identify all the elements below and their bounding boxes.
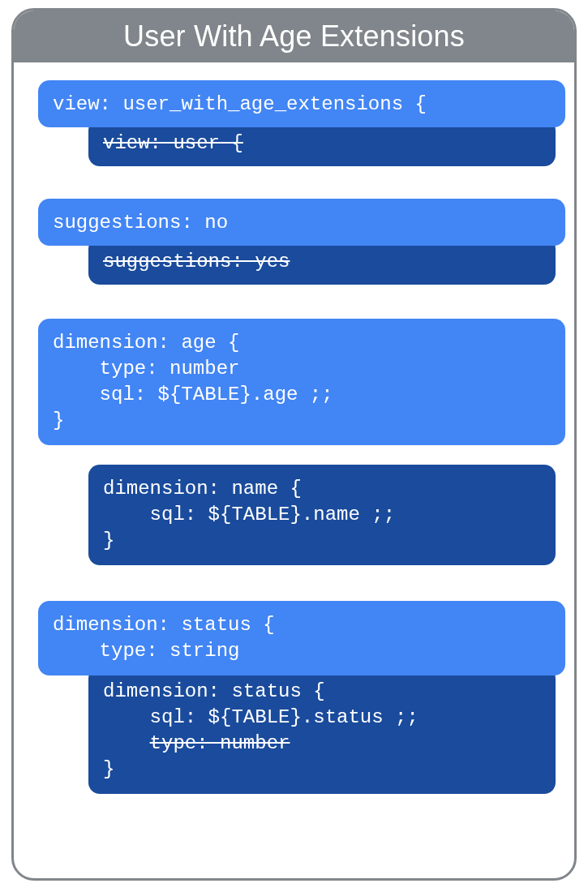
code-line-view-old: view: user { — [103, 132, 243, 154]
code-block-dimension-status-old: dimension: status { sql: ${TABLE}.status… — [88, 667, 556, 794]
code-block-dimension-name: dimension: name { sql: ${TABLE}.name ;; … — [88, 465, 556, 565]
code-line-status-2: sql: ${TABLE}.status ;; — [103, 706, 418, 728]
card-body: view: user_with_age_extensions { view: u… — [14, 62, 574, 878]
code-line-status-3: type: number — [150, 732, 290, 754]
code-line-status-1: dimension: status { — [103, 680, 325, 702]
code-block-dimension-status-new: dimension: status { type: string — [38, 601, 565, 675]
code-block-dimension-age: dimension: age { type: number sql: ${TAB… — [38, 319, 565, 445]
code-block-view-new: view: user_with_age_extensions { — [38, 80, 565, 127]
code-line-suggestions-old: suggestions: yes — [103, 251, 290, 272]
code-block-suggestions-new: suggestions: no — [38, 199, 565, 246]
card-container: User With Age Extensions view: user_with… — [11, 8, 577, 881]
card-header: User With Age Extensions — [14, 11, 574, 62]
card-title: User With Age Extensions — [123, 19, 465, 54]
code-line-status-4: } — [103, 758, 114, 780]
